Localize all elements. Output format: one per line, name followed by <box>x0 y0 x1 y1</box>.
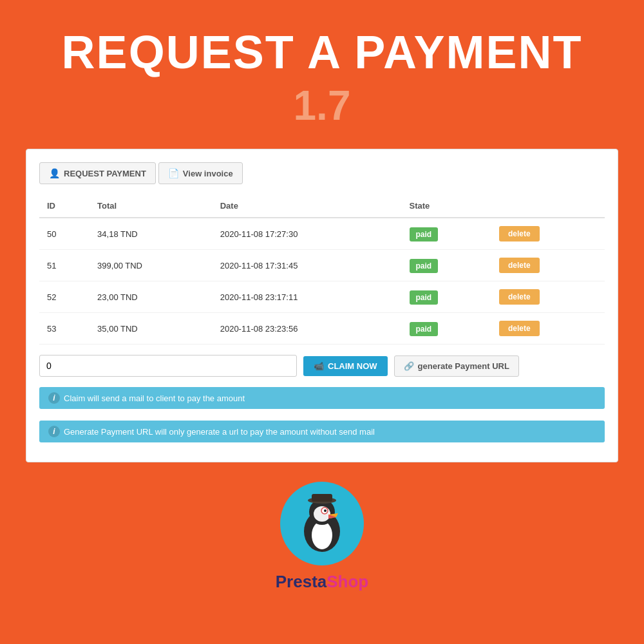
shop-label: Shop <box>327 572 368 591</box>
main-title: REQUEST A PAYMENT <box>62 26 583 79</box>
table-row: 52 23,00 TND 2020-11-08 23:17:11 paid de… <box>39 281 605 313</box>
cell-date: 2020-11-08 17:27:30 <box>213 218 402 250</box>
cell-id: 52 <box>39 281 90 313</box>
col-date: Date <box>213 194 402 218</box>
puffin-logo <box>290 491 354 556</box>
table-row: 53 35,00 TND 2020-11-08 23:23:56 paid de… <box>39 313 605 345</box>
cell-action: delete <box>491 313 605 345</box>
info-messages: i Claim will send a mail to client to pa… <box>39 387 605 449</box>
delete-button[interactable]: delete <box>499 258 540 273</box>
cell-id: 50 <box>39 218 90 250</box>
svg-point-5 <box>324 509 327 512</box>
table-row: 50 34,18 TND 2020-11-08 17:27:30 paid de… <box>39 218 605 250</box>
info-icon-1: i <box>48 392 60 404</box>
info-box-1: i Claim will send a mail to client to pa… <box>39 387 605 409</box>
claim-icon: 📹 <box>314 361 324 371</box>
cell-action: delete <box>491 250 605 281</box>
col-id: ID <box>39 194 90 218</box>
state-badge: paid <box>410 227 439 242</box>
tab-view-invoice-label: View invoice <box>183 169 233 178</box>
info-box-2: i Generate Payment URL will only generat… <box>39 421 605 442</box>
cell-total: 35,00 TND <box>90 313 213 345</box>
generate-payment-url-button[interactable]: 🔗 generate Payment URL <box>394 355 519 377</box>
cell-action: delete <box>491 281 605 313</box>
action-row: 📹 CLAIM NOW 🔗 generate Payment URL <box>39 355 605 377</box>
tab-request-payment[interactable]: 👤 REQUEST PAYMENT <box>39 162 156 184</box>
state-badge: paid <box>410 322 439 336</box>
cell-state: paid <box>402 281 491 313</box>
logo-circle <box>280 482 364 565</box>
panel: 👤 REQUEST PAYMENT 📄 View invoice ID Tota… <box>26 149 618 462</box>
claim-now-button[interactable]: 📹 CLAIM NOW <box>303 356 388 376</box>
cell-state: paid <box>402 250 491 281</box>
prestashop-text: PrestaShop <box>276 572 369 592</box>
claim-now-label: CLAIM NOW <box>328 361 377 371</box>
panel-tabs: 👤 REQUEST PAYMENT 📄 View invoice <box>39 162 605 184</box>
cell-date: 2020-11-08 23:17:11 <box>213 281 402 313</box>
version-label: 1.7 <box>294 82 351 129</box>
state-badge: paid <box>410 290 439 305</box>
tab-request-payment-label: REQUEST PAYMENT <box>64 169 146 178</box>
cell-state: paid <box>402 218 491 250</box>
cell-id: 53 <box>39 313 90 345</box>
cell-date: 2020-11-08 17:31:45 <box>213 250 402 281</box>
svg-rect-10 <box>312 494 332 502</box>
info-text-2: Generate Payment URL will only generate … <box>64 427 375 437</box>
cell-action: delete <box>491 218 605 250</box>
tab-view-invoice[interactable]: 📄 View invoice <box>158 162 243 184</box>
cell-total: 34,18 TND <box>90 218 213 250</box>
generate-payment-url-label: generate Payment URL <box>418 361 509 371</box>
logo-area: PrestaShop <box>276 482 369 592</box>
col-state: State <box>402 194 491 218</box>
table-row: 51 399,00 TND 2020-11-08 17:31:45 paid d… <box>39 250 605 281</box>
delete-button[interactable]: delete <box>499 289 540 305</box>
delete-button[interactable]: delete <box>499 321 540 336</box>
col-total: Total <box>90 194 213 218</box>
svg-point-1 <box>312 521 332 549</box>
cell-total: 23,00 TND <box>90 281 213 313</box>
info-icon-2: i <box>48 426 60 437</box>
link-icon: 🔗 <box>404 361 414 371</box>
file-icon: 📄 <box>168 168 179 178</box>
payments-table: ID Total Date State 50 34,18 TND 2020-11… <box>39 194 605 345</box>
cell-id: 51 <box>39 250 90 281</box>
cell-date: 2020-11-08 23:23:56 <box>213 313 402 345</box>
state-badge: paid <box>410 259 439 273</box>
delete-button[interactable]: delete <box>499 226 540 242</box>
info-text-1: Claim will send a mail to client to pay … <box>64 393 245 403</box>
amount-input[interactable] <box>39 355 297 377</box>
cell-state: paid <box>402 313 491 345</box>
page-wrapper: REQUEST A PAYMENT 1.7 👤 REQUEST PAYMENT … <box>0 0 644 644</box>
col-action <box>491 194 605 218</box>
user-icon: 👤 <box>49 168 60 178</box>
cell-total: 399,00 TND <box>90 250 213 281</box>
presta-label: Presta <box>276 572 327 591</box>
